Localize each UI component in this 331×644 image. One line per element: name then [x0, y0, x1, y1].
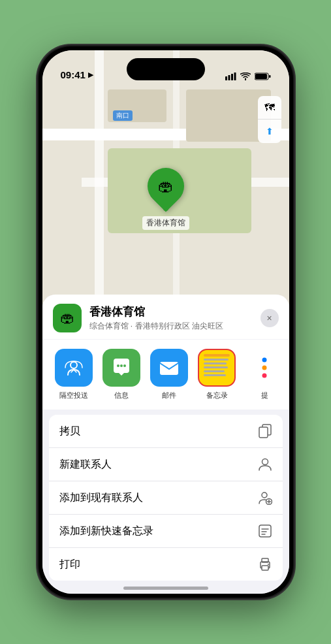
svg-point-7	[71, 362, 77, 368]
bottom-sheet: 🏟 香港体育馆 综合体育馆 · 香港特别行政区 油尖旺区 ×	[42, 295, 289, 594]
copy-label: 拷贝	[59, 425, 80, 438]
svg-rect-3	[234, 72, 236, 80]
dynamic-island	[127, 58, 205, 80]
action-print[interactable]: 打印	[49, 548, 283, 581]
mail-label: 邮件	[162, 391, 176, 400]
venue-info: 香港体育馆 综合体育馆 · 香港特别行政区 油尖旺区	[89, 304, 260, 332]
action-new-contact[interactable]: 新建联系人	[49, 448, 283, 481]
messages-icon	[102, 349, 140, 387]
share-item-messages[interactable]: 信息	[101, 349, 143, 400]
notes-line-5	[204, 370, 225, 372]
svg-point-10	[123, 364, 126, 367]
print-label: 打印	[59, 558, 80, 572]
add-contact-label: 添加到现有联系人	[59, 491, 143, 505]
share-item-airdrop[interactable]: 隔空投送	[53, 349, 95, 400]
venue-icon-emoji: 🏟	[60, 310, 74, 327]
share-item-mail[interactable]: 邮件	[148, 349, 191, 400]
map-controls: 🗺 ⬆	[258, 96, 281, 143]
map-view-button[interactable]: 🗺	[258, 96, 281, 120]
svg-point-13	[262, 366, 267, 370]
add-note-icon	[258, 524, 272, 538]
wifi-icon	[240, 72, 251, 80]
mail-icon	[150, 349, 188, 387]
copy-icon	[258, 424, 272, 438]
map-road-v1	[95, 50, 104, 331]
svg-rect-0	[225, 76, 227, 80]
svg-point-29	[268, 564, 269, 565]
location-arrow-icon: ▶	[88, 71, 93, 79]
new-contact-icon	[258, 457, 272, 472]
share-row: 隔空投送 信息	[42, 340, 289, 410]
svg-rect-1	[228, 75, 230, 80]
pin-circle: 🏟	[140, 160, 191, 212]
pin-label: 香港体育馆	[142, 216, 189, 230]
svg-point-8	[117, 364, 119, 367]
close-icon: ×	[266, 313, 272, 323]
svg-point-17	[262, 459, 268, 465]
print-icon	[258, 557, 272, 572]
airdrop-icon	[55, 349, 93, 387]
venue-desc: 综合体育馆 · 香港特别行政区 油尖旺区	[89, 321, 260, 332]
svg-rect-16	[259, 427, 268, 438]
notes-line-3	[204, 362, 227, 364]
location-icon: ⬆	[266, 126, 274, 137]
venue-name: 香港体育馆	[89, 304, 260, 319]
notes-line-1	[204, 354, 230, 357]
more-icon	[245, 349, 283, 387]
phone-screen: 09:41 ▶	[42, 50, 289, 594]
notes-icon	[198, 349, 236, 387]
action-copy[interactable]: 拷贝	[49, 415, 283, 448]
airdrop-label: 隔空投送	[59, 391, 88, 400]
svg-rect-5	[255, 74, 267, 79]
more-label: 提	[261, 391, 268, 400]
phone-frame: 09:41 ▶	[39, 46, 293, 598]
notes-line-6	[204, 374, 226, 376]
nankou-badge: 南口	[113, 110, 133, 121]
map-view-icon: 🗺	[264, 102, 275, 114]
svg-rect-22	[259, 525, 271, 537]
share-item-notes[interactable]: 备忘录	[196, 349, 238, 400]
venue-icon: 🏟	[53, 304, 82, 332]
action-add-note[interactable]: 添加到新快速备忘录	[49, 515, 283, 548]
status-time: 09:41	[61, 69, 86, 80]
notes-line-4	[204, 366, 228, 368]
signal-icon	[225, 72, 236, 80]
svg-point-9	[120, 364, 123, 367]
stadium-icon: 🏟	[158, 177, 174, 195]
battery-icon	[255, 72, 271, 80]
map-area: 南口 🗺 ⬆ 🏟 香港体育馆	[42, 50, 289, 331]
svg-point-18	[262, 492, 267, 498]
map-nankou-area: 南口	[113, 110, 134, 121]
notes-label: 备忘录	[206, 391, 228, 400]
home-indicator	[123, 587, 208, 590]
location-button[interactable]: ⬆	[258, 120, 281, 143]
add-note-label: 添加到新快速备忘录	[59, 524, 153, 538]
svg-rect-6	[269, 75, 271, 78]
action-list: 拷贝 新建联系人 添加到现有联系人	[49, 415, 283, 581]
add-contact-icon	[258, 491, 272, 505]
status-icons	[225, 72, 271, 80]
svg-point-12	[262, 358, 267, 362]
svg-point-14	[262, 374, 267, 378]
svg-rect-2	[231, 74, 233, 80]
share-item-more[interactable]: 提	[244, 349, 286, 400]
messages-label: 信息	[114, 391, 129, 400]
notes-line-2	[204, 359, 229, 361]
close-button[interactable]: ×	[260, 309, 279, 327]
sheet-header: 🏟 香港体育馆 综合体育馆 · 香港特别行政区 油尖旺区 ×	[42, 295, 289, 339]
action-add-contact[interactable]: 添加到现有联系人	[49, 481, 283, 515]
new-contact-label: 新建联系人	[59, 458, 112, 472]
location-pin: 🏟 香港体育馆	[142, 168, 189, 230]
svg-rect-27	[262, 566, 268, 570]
